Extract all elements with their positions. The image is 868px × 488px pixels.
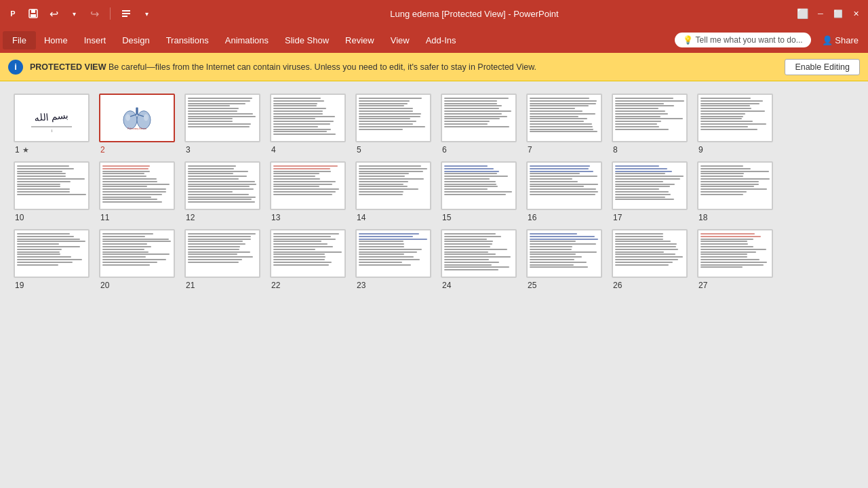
- slide-thumb-16[interactable]: [526, 161, 602, 210]
- menu-review[interactable]: Review: [337, 31, 382, 49]
- slide-number-row: 26: [612, 281, 622, 290]
- slide-item[interactable]: 14: [355, 161, 431, 222]
- menu-transitions[interactable]: Transitions: [158, 31, 217, 49]
- slide-item[interactable]: بسم الله ١ 1★: [14, 94, 90, 155]
- slide-item[interactable]: 27: [697, 229, 773, 290]
- quick-access-dropdown[interactable]: ▾: [139, 6, 154, 21]
- text-thumb-content: [613, 163, 686, 209]
- slide-thumb-5[interactable]: [355, 94, 431, 142]
- slide-thumb-13[interactable]: [270, 161, 346, 210]
- tell-me-box[interactable]: 💡 Tell me what you want to do...: [675, 33, 811, 47]
- close-button[interactable]: ✕: [849, 7, 863, 20]
- maximize-button[interactable]: ⬜: [831, 7, 845, 20]
- text-thumb-content: [698, 95, 772, 141]
- menu-insert[interactable]: Insert: [76, 31, 115, 49]
- slide-thumb-6[interactable]: [441, 94, 517, 142]
- slide-item[interactable]: 9: [697, 94, 773, 155]
- slide-item[interactable]: 11: [99, 161, 175, 222]
- slide-item[interactable]: 12: [184, 161, 260, 222]
- slide-number: 23: [357, 281, 366, 290]
- slide-item[interactable]: 6: [441, 94, 517, 155]
- user-icon: 👤: [822, 35, 833, 45]
- text-thumb-content: [186, 95, 259, 141]
- slide-item[interactable]: 20: [99, 229, 175, 290]
- slide-thumb-14[interactable]: [355, 161, 431, 210]
- minimize-button[interactable]: ─: [814, 7, 827, 20]
- slide-thumb-2[interactable]: Pulmonary Edema: [99, 94, 175, 142]
- undo-dropdown-icon[interactable]: ▾: [66, 6, 81, 21]
- menu-file[interactable]: File: [3, 31, 36, 49]
- svg-text:Pulmonary Edema: Pulmonary Edema: [127, 127, 146, 130]
- slide-number-row: 8: [612, 145, 618, 155]
- slide-item[interactable]: 8: [612, 94, 688, 155]
- slide-number: 3: [186, 145, 191, 155]
- slide-thumb-15[interactable]: [441, 161, 517, 210]
- slide-thumb-26[interactable]: [612, 229, 688, 278]
- slide-item[interactable]: 19: [14, 229, 90, 290]
- powerpoint-icon[interactable]: P: [5, 6, 20, 21]
- slide-item[interactable]: 24: [441, 229, 517, 290]
- slide-number: 20: [100, 281, 109, 290]
- quick-access-icon[interactable]: [119, 6, 134, 21]
- slide-thumb-19[interactable]: [14, 229, 90, 278]
- slide-item[interactable]: 5: [355, 94, 431, 155]
- slide-thumb-7[interactable]: [526, 94, 602, 142]
- slide-item[interactable]: 21: [184, 229, 260, 290]
- enable-editing-button[interactable]: Enable Editing: [785, 59, 860, 75]
- slide-number: 19: [15, 281, 24, 290]
- slide-star-icon: ★: [22, 146, 29, 155]
- menu-design[interactable]: Design: [114, 31, 157, 49]
- slide-thumb-4[interactable]: [270, 94, 346, 142]
- slide-thumb-25[interactable]: [526, 229, 602, 278]
- menu-addins[interactable]: Add-Ins: [418, 31, 465, 49]
- slide-number: 21: [186, 281, 195, 290]
- slide-item[interactable]: 4: [270, 94, 346, 155]
- slide-number: 27: [698, 281, 707, 290]
- menu-view[interactable]: View: [382, 31, 418, 49]
- slide-item[interactable]: 18: [697, 161, 773, 222]
- slide-thumb-10[interactable]: [14, 161, 90, 210]
- slide-thumb-3[interactable]: [184, 94, 260, 142]
- menu-animations[interactable]: Animations: [217, 31, 277, 49]
- slide-thumb-1[interactable]: بسم الله ١: [14, 94, 90, 142]
- text-thumb-content: [442, 230, 515, 277]
- slide-item[interactable]: 10: [14, 161, 90, 222]
- slide-item[interactable]: 26: [612, 229, 688, 290]
- menu-home[interactable]: Home: [36, 31, 76, 49]
- slide-number-row: 10: [14, 213, 24, 222]
- slide-thumb-12[interactable]: [184, 161, 260, 210]
- slide-thumb-17[interactable]: [612, 161, 688, 210]
- slide-thumb-27[interactable]: [697, 229, 773, 278]
- slide-number-row: 1★: [14, 145, 29, 155]
- slide-item[interactable]: 17: [612, 161, 688, 222]
- slide-thumb-23[interactable]: [355, 229, 431, 278]
- slide-item[interactable]: 25: [526, 229, 602, 290]
- slide-thumb-8[interactable]: [612, 94, 688, 142]
- slide-item[interactable]: 13: [270, 161, 346, 222]
- slide-thumb-11[interactable]: [99, 161, 175, 210]
- undo-icon[interactable]: ↩: [46, 6, 61, 21]
- slide-thumb-9[interactable]: [697, 94, 773, 142]
- slide-thumb-20[interactable]: [99, 229, 175, 278]
- slide-item[interactable]: Pulmonary Edema 2: [99, 94, 175, 155]
- redo-icon[interactable]: ↪: [87, 6, 102, 21]
- slide-item[interactable]: 7: [526, 94, 602, 155]
- ribbon-display-icon[interactable]: ⬜: [795, 6, 810, 21]
- menu-slideshow[interactable]: Slide Show: [277, 31, 337, 49]
- slide-thumb-22[interactable]: [270, 229, 346, 278]
- slide-item[interactable]: 3: [184, 94, 260, 155]
- svg-rect-7: [122, 16, 127, 17]
- slide-item[interactable]: 22: [270, 229, 346, 290]
- slide-number: 13: [271, 213, 280, 222]
- slide-thumb-18[interactable]: [697, 161, 773, 210]
- slide-item[interactable]: 15: [441, 161, 517, 222]
- text-thumb-content: [613, 95, 686, 141]
- save-icon[interactable]: [26, 6, 41, 21]
- slide-number: 11: [100, 213, 109, 222]
- slide-thumb-24[interactable]: [441, 229, 517, 278]
- share-button[interactable]: 👤 Share: [815, 33, 865, 48]
- slide-item[interactable]: 23: [355, 229, 431, 290]
- slide-number-row: 6: [441, 145, 447, 155]
- slide-item[interactable]: 16: [526, 161, 602, 222]
- slide-thumb-21[interactable]: [184, 229, 260, 278]
